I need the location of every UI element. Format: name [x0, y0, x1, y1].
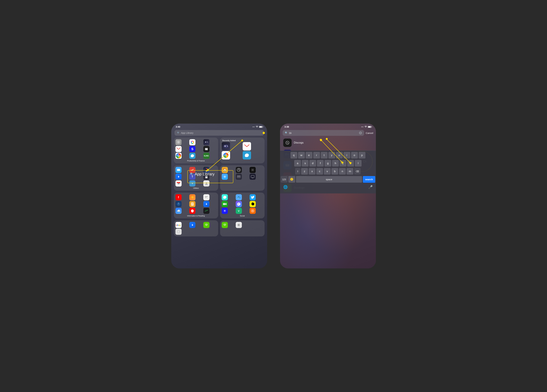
app-clock[interactable] — [236, 167, 242, 173]
app-todoist[interactable] — [189, 167, 195, 173]
search-clear-button[interactable]: ✕ — [359, 132, 362, 134]
app-messenger[interactable] — [236, 201, 242, 207]
app-appstore-info[interactable] — [203, 201, 209, 207]
app-chrome-recent[interactable] — [222, 151, 230, 159]
app-mail[interactable]: ✉️ — [175, 167, 182, 173]
key-backspace[interactable]: ⌫ — [354, 168, 361, 175]
app-halide[interactable] — [222, 208, 228, 214]
app-appstore[interactable] — [175, 174, 182, 180]
app-display[interactable] — [250, 174, 256, 180]
right-search-input[interactable]: 🔍 Di ✕ — [283, 130, 364, 136]
key-w[interactable]: w — [298, 152, 305, 159]
svg-point-68 — [206, 226, 207, 227]
key-j[interactable]: j — [340, 160, 346, 167]
key-a[interactable]: a — [294, 160, 301, 167]
key-shift[interactable]: ⇧ — [295, 168, 300, 175]
folder-recently-added[interactable]: Recently Added — [220, 138, 265, 163]
app-duolingo-right[interactable] — [222, 222, 228, 228]
app-messages[interactable] — [222, 194, 228, 200]
app-applock[interactable] — [203, 174, 209, 180]
app-keyboard[interactable] — [236, 174, 242, 180]
app-carrot[interactable]: ☀️ — [189, 194, 195, 200]
app-tweetbot[interactable] — [189, 153, 195, 159]
app-news[interactable]: 📰 — [203, 146, 209, 152]
key-v[interactable]: v — [324, 168, 331, 175]
app-vine[interactable]: V — [236, 208, 242, 214]
key-u[interactable]: u — [336, 152, 343, 159]
cancel-button[interactable]: Cancel — [366, 132, 373, 134]
key-m[interactable]: m — [347, 168, 353, 175]
key-z[interactable]: z — [301, 168, 308, 175]
key-p[interactable]: p — [359, 152, 365, 159]
key-o[interactable]: o — [351, 152, 358, 159]
app-calendar[interactable]: 14 — [175, 180, 182, 186]
app-news2[interactable] — [189, 208, 195, 214]
app-tweetbot-recent[interactable] — [243, 151, 251, 159]
key-f[interactable]: f — [317, 160, 324, 167]
app-photos[interactable] — [189, 139, 195, 145]
app-loader[interactable] — [175, 229, 182, 235]
key-globe[interactable]: 🌐 — [282, 184, 289, 190]
app-contacts[interactable] — [203, 180, 209, 186]
app-game-recent[interactable] — [222, 142, 230, 150]
key-search[interactable]: search — [363, 176, 375, 183]
app-fish[interactable]: 🐟 — [236, 194, 242, 200]
app-gmail-recent[interactable] — [243, 142, 251, 150]
key-d[interactable]: d — [309, 160, 316, 167]
folder-green-app[interactable] — [220, 220, 265, 236]
app-twitter[interactable] — [250, 194, 256, 200]
app-game[interactable] — [203, 139, 209, 145]
key-t[interactable]: t — [321, 152, 328, 159]
key-q[interactable]: q — [290, 152, 297, 159]
key-y[interactable]: y — [328, 152, 335, 159]
app-venmo[interactable]: V — [189, 180, 195, 186]
key-r[interactable]: r — [313, 152, 320, 159]
folder-productivity[interactable]: S 📰 — [174, 138, 218, 163]
app-appstore-blue[interactable] — [189, 222, 195, 228]
folder-shopping[interactable]: e b a y — [174, 220, 218, 236]
key-l[interactable]: l — [355, 160, 362, 167]
app-flipboard[interactable]: f — [175, 194, 182, 200]
result-discogs[interactable]: Discogs — [282, 137, 374, 148]
left-search-bar[interactable]: 🔍 App Library — [174, 130, 264, 136]
app-stocks[interactable] — [203, 208, 209, 214]
key-space[interactable]: space — [296, 176, 362, 183]
app-settings[interactable] — [175, 139, 182, 145]
app-chrome[interactable] — [175, 153, 182, 159]
key-emoji[interactable]: 🙂 — [288, 176, 295, 183]
key-e[interactable]: e — [306, 152, 312, 159]
key-b[interactable]: b — [331, 168, 338, 175]
app-halide2[interactable] — [250, 208, 256, 214]
key-n[interactable]: n — [339, 168, 346, 175]
app-snapchat[interactable] — [250, 201, 256, 207]
app-ebay[interactable]: e b a y — [175, 222, 182, 228]
key-h[interactable]: h — [332, 160, 339, 167]
key-i[interactable]: i — [343, 152, 350, 159]
app-blackbox[interactable] — [250, 167, 256, 173]
app-news-app[interactable] — [203, 194, 209, 200]
app-books[interactable] — [189, 201, 195, 207]
app-house[interactable]: 🏠 — [222, 167, 228, 173]
key-x[interactable]: x — [309, 168, 315, 175]
folder-more-utilities[interactable]: 🏠 — [220, 165, 265, 191]
app-weather[interactable]: ☁️ — [175, 208, 182, 214]
key-k[interactable]: k — [347, 160, 354, 167]
app-siri[interactable] — [222, 174, 228, 180]
app-radar[interactable] — [175, 201, 182, 207]
app-teams[interactable]: T — [189, 174, 195, 180]
app-duolingo-left[interactable] — [203, 222, 209, 228]
key-s[interactable]: s — [302, 160, 308, 167]
key-c[interactable]: c — [316, 168, 323, 175]
app-sling[interactable]: SLING — [203, 153, 209, 159]
folder-utilities[interactable]: ✉️ — [174, 165, 218, 191]
app-facetime[interactable] — [222, 201, 228, 207]
app-shazam[interactable]: S — [189, 146, 195, 152]
key-numbers[interactable]: 123 — [281, 176, 287, 183]
folder-social[interactable]: 🐟 — [220, 193, 265, 218]
folder-info-reading[interactable]: f ☀️ — [174, 193, 218, 218]
app-safari[interactable] — [203, 167, 209, 173]
app-gmail[interactable] — [175, 146, 182, 152]
app-asterisk[interactable] — [236, 222, 242, 228]
key-g[interactable]: g — [324, 160, 331, 167]
key-mic[interactable]: 🎤 — [367, 184, 374, 190]
